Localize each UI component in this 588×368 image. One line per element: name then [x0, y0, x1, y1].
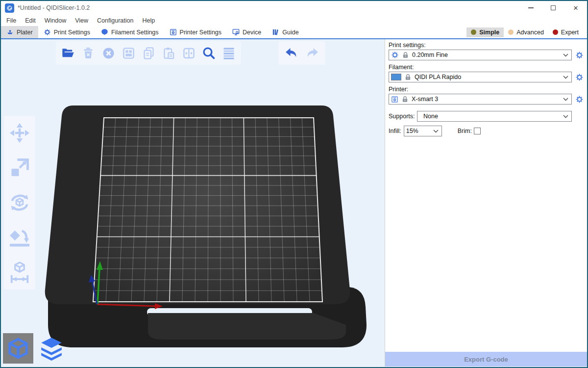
mode-expert[interactable]: Expert — [548, 27, 583, 37]
menu-edit[interactable]: Edit — [21, 16, 40, 26]
advanced-mode-dot-icon — [508, 29, 514, 35]
print-settings-combo[interactable]: 0.20mm Fine — [389, 50, 572, 60]
menu-view[interactable]: View — [71, 16, 93, 26]
preview-view-button[interactable] — [36, 333, 67, 364]
tab-filament-settings[interactable]: Filament Settings — [96, 26, 164, 38]
window-title: *Untitled - QIDISlicer-1.0.2 — [18, 4, 90, 11]
brim-checkbox[interactable] — [474, 128, 481, 134]
mode-label: Advanced — [516, 29, 544, 36]
editor-view-button[interactable] — [3, 333, 33, 364]
tab-label: Guide — [282, 29, 298, 36]
paste-button[interactable] — [161, 46, 176, 60]
tab-label: Filament Settings — [111, 29, 159, 36]
gear-icon — [44, 28, 51, 36]
print-settings-gear-button[interactable] — [574, 50, 584, 60]
plater-icon — [6, 28, 14, 36]
arrange-icon — [122, 47, 135, 60]
printer-combo[interactable]: X-smart 3 — [389, 94, 572, 105]
tab-plater[interactable]: Plater — [1, 26, 38, 38]
tab-label: Printer Settings — [180, 29, 221, 36]
lock-icon — [402, 52, 409, 59]
menu-configuration[interactable]: Configuration — [93, 16, 138, 26]
place-on-face-tool-button[interactable] — [8, 226, 31, 249]
infill-value: 15% — [406, 128, 430, 134]
menu-bar: File Edit Window View Configuration Help — [1, 15, 587, 26]
tab-label: Plater — [17, 29, 33, 36]
circle-x-icon — [102, 47, 115, 60]
tab-print-settings[interactable]: Print Settings — [38, 26, 96, 38]
mode-advanced[interactable]: Advanced — [504, 27, 548, 37]
printer-label: Printer: — [389, 85, 584, 94]
supports-value: None — [423, 113, 560, 120]
minimize-button[interactable] — [519, 1, 542, 15]
delete-button[interactable] — [81, 46, 96, 60]
tab-printer-settings[interactable]: Printer Settings — [164, 26, 227, 38]
maximize-button[interactable] — [542, 1, 564, 15]
export-gcode-button[interactable]: Export G-code — [385, 352, 587, 367]
device-icon — [232, 28, 240, 36]
filament-color-swatch — [391, 74, 401, 80]
print-settings-value: 0.20mm Fine — [412, 52, 560, 58]
chevron-down-icon — [563, 98, 568, 101]
menu-help[interactable]: Help — [138, 16, 159, 26]
tab-label: Device — [243, 29, 261, 36]
filament-icon — [101, 28, 108, 36]
close-icon: ✕ — [573, 5, 579, 11]
filament-combo[interactable]: QIDI PLA Rapido — [389, 72, 572, 82]
mode-label: Expert — [561, 29, 579, 36]
move-icon — [9, 122, 30, 144]
chevron-down-icon — [433, 130, 439, 133]
search-button[interactable] — [201, 46, 216, 60]
menu-file[interactable]: File — [2, 16, 21, 26]
maximize-icon — [551, 5, 556, 10]
mode-simple[interactable]: Simple — [466, 27, 504, 37]
measure-icon — [8, 261, 31, 284]
lock-icon — [401, 96, 409, 103]
rotate-tool-button[interactable] — [8, 191, 31, 214]
app-window: *Untitled - QIDISlicer-1.0.2 ✕ File Edit… — [0, 0, 588, 368]
tab-guide[interactable]: Guide — [267, 26, 304, 38]
layers-table-icon — [222, 46, 236, 60]
tab-device[interactable]: Device — [227, 26, 267, 38]
arrange-button[interactable] — [121, 46, 136, 60]
3d-viewport[interactable] — [1, 39, 385, 367]
redo-icon — [305, 46, 319, 60]
app-logo-icon — [5, 3, 14, 13]
minimize-icon — [528, 7, 534, 8]
split-button[interactable] — [181, 46, 196, 60]
scale-tool-button[interactable] — [8, 157, 31, 179]
trash-icon — [82, 47, 95, 59]
variable-layer-height-button[interactable] — [221, 46, 236, 60]
tab-label: Print Settings — [54, 29, 90, 36]
supports-combo[interactable]: None — [417, 111, 572, 122]
measure-tool-button[interactable] — [8, 261, 31, 284]
tab-bar: Plater Print Settings Filament Settings … — [1, 26, 587, 39]
printer-icon — [391, 96, 398, 103]
undo-button[interactable] — [284, 46, 299, 60]
rotate-icon — [8, 191, 31, 214]
settings-panel: Print settings: 0.20mm Fine Filament: QI… — [385, 39, 587, 367]
infill-combo[interactable]: 15% — [404, 126, 442, 136]
filament-value: QIDI PLA Rapido — [415, 74, 560, 80]
delete-all-button[interactable] — [101, 46, 116, 60]
filament-gear-button[interactable] — [574, 72, 584, 82]
scale-icon — [9, 157, 30, 179]
redo-button[interactable] — [305, 46, 319, 60]
chevron-down-icon — [563, 53, 568, 57]
undo-redo-toolbar — [278, 41, 325, 65]
printer-gear-button[interactable] — [574, 94, 584, 104]
copy-button[interactable] — [141, 46, 156, 60]
open-project-button[interactable] — [61, 46, 75, 60]
lock-icon — [404, 74, 412, 81]
title-bar: *Untitled - QIDISlicer-1.0.2 ✕ — [1, 1, 587, 15]
filament-label: Filament: — [389, 63, 584, 72]
move-tool-button[interactable] — [8, 122, 31, 144]
menu-window[interactable]: Window — [40, 16, 71, 26]
close-button[interactable]: ✕ — [564, 1, 587, 15]
chevron-down-icon — [563, 115, 568, 118]
manipulation-toolbar — [4, 116, 35, 289]
layers-icon — [39, 336, 64, 361]
undo-icon — [284, 46, 299, 60]
open-folder-icon — [61, 46, 75, 60]
split-panel-icon — [182, 47, 196, 60]
